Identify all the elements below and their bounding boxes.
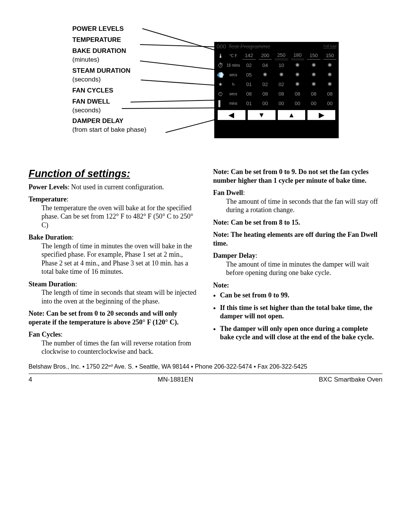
- fan-icon: ✶: [215, 80, 226, 89]
- steam-icon: 💨: [215, 70, 226, 80]
- clock-icon: ⏱: [215, 61, 226, 70]
- company-address: Belshaw Bros., Inc. • 1750 22ⁿᵈ Ave. S. …: [29, 363, 382, 371]
- damper-row: ▌ mins 01 00 00 00 00 00: [215, 99, 338, 109]
- timer-icon: ⏲: [215, 89, 226, 99]
- doc-title: BXC Smartbake Oven: [319, 375, 382, 383]
- prog-num: 000: [217, 43, 226, 50]
- body-text: Function of settings: Power Levels: Not …: [29, 168, 382, 356]
- steam-row: 💨 secs 05: [215, 70, 338, 80]
- oven-panel: 000 Test Programme Full load 🌡 °C F 142 …: [214, 42, 339, 138]
- damper-icon: ▌: [215, 99, 226, 109]
- left-arrow-button[interactable]: ◀: [218, 110, 245, 120]
- section-title: Function of settings:: [29, 168, 198, 181]
- prog-name: Test Programme: [228, 43, 323, 50]
- fan-dwell-row: ⏲ secs 08 08 08 08 08 08: [215, 89, 338, 99]
- settings-diagram: POWER LEVELS TEMPERATURE BAKE DURATION(m…: [72, 23, 339, 156]
- up-arrow-button[interactable]: ▲: [278, 110, 306, 120]
- page-footer: 4 MN-1881EN BXC Smartbake Oven: [29, 374, 382, 383]
- fan-cycles-row: ✶ ↻ 01 02 02: [215, 80, 338, 89]
- down-arrow-button[interactable]: ▼: [248, 110, 276, 120]
- right-arrow-button[interactable]: ▶: [307, 110, 335, 120]
- diagram-label-list: POWER LEVELS TEMPERATURE BAKE DURATION(m…: [72, 25, 160, 137]
- doc-code: MN-1881EN: [158, 375, 193, 383]
- thermometer-icon: 🌡: [215, 51, 226, 61]
- page-number: 4: [29, 375, 32, 383]
- bake-row: ⏱ 16 mins 02 04 10: [215, 61, 338, 70]
- temp-row: 🌡 °C F 142 200 250 180 150 150: [215, 51, 338, 61]
